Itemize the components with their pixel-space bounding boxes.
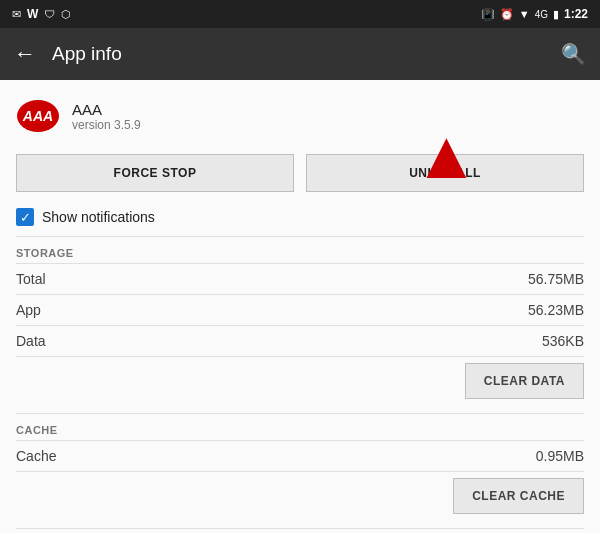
force-stop-button[interactable]: FORCE STOP [16,154,294,192]
app-version: version 3.5.9 [72,118,141,132]
status-bar: ✉ W 🛡 ⬡ 📳 ⏰ ▼ 4G ▮ 1:22 [0,0,600,28]
storage-data-value: 536KB [542,333,584,349]
toolbar-title: App info [52,43,561,65]
vpn-icon: ⬡ [61,8,71,21]
cache-row: Cache 0.95MB [0,441,600,471]
clear-data-row: CLEAR DATA [0,357,600,413]
app-info-text: AAA version 3.5.9 [72,101,141,132]
app-name: AAA [72,101,141,118]
launch-section-header: LAUNCH BY DEFAULT [0,529,600,533]
app-logo: AAA [16,94,60,138]
status-time: 1:22 [564,7,588,21]
cache-label: Cache [16,448,56,464]
toolbar: ← App info 🔍 [0,28,600,80]
battery-icon: ▮ [553,8,559,21]
notifications-row: ✓ Show notifications [0,202,600,236]
clear-cache-button[interactable]: CLEAR CACHE [453,478,584,514]
w-icon: W [27,7,38,21]
cache-section-header: CACHE [0,414,600,440]
checkbox-check-icon: ✓ [20,211,31,224]
storage-total-row: Total 56.75MB [0,264,600,294]
content-area: AAA AAA version 3.5.9 FORCE STOP UNINSTA… [0,80,600,533]
storage-app-value: 56.23MB [528,302,584,318]
notifications-label: Show notifications [42,209,155,225]
clear-data-button[interactable]: CLEAR DATA [465,363,584,399]
action-buttons-row: FORCE STOP UNINSTALL [0,150,600,202]
storage-section-header: STORAGE [0,237,600,263]
search-button[interactable]: 🔍 [561,42,586,66]
storage-app-label: App [16,302,41,318]
alarm-icon: ⏰ [500,8,514,21]
clear-cache-row: CLEAR CACHE [0,472,600,528]
wifi-icon: ▼ [519,8,530,20]
cache-value: 0.95MB [536,448,584,464]
shield-icon: 🛡 [44,8,55,20]
back-button[interactable]: ← [14,43,36,65]
vibrate-icon: 📳 [481,8,495,21]
aaa-logo-svg: AAA [16,94,60,138]
storage-data-label: Data [16,333,46,349]
storage-total-label: Total [16,271,46,287]
storage-app-row: App 56.23MB [0,295,600,325]
signal-icon: 4G [535,9,548,20]
status-bar-right: 📳 ⏰ ▼ 4G ▮ 1:22 [481,7,588,21]
email-icon: ✉ [12,8,21,21]
notifications-checkbox[interactable]: ✓ [16,208,34,226]
status-bar-left: ✉ W 🛡 ⬡ [12,7,71,21]
storage-data-row: Data 536KB [0,326,600,356]
svg-text:AAA: AAA [22,108,53,124]
storage-total-value: 56.75MB [528,271,584,287]
app-header: AAA AAA version 3.5.9 [0,80,600,150]
uninstall-button[interactable]: UNINSTALL [306,154,584,192]
